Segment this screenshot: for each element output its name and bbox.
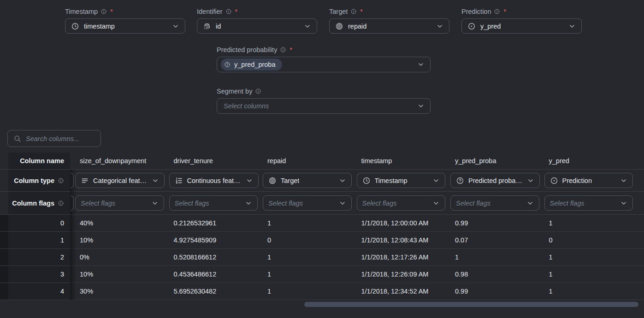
column-header-size_of_downpayment: size_of_downpayment [70, 153, 164, 169]
chevron-down-icon [436, 23, 443, 30]
column-type-select-timestamp[interactable]: Timestamp [357, 173, 446, 188]
table-gutter [0, 266, 8, 283]
table-gutter [0, 170, 8, 191]
column-type-cell-repaid: Target [258, 170, 352, 191]
prediction-select[interactable]: y_pred [461, 18, 582, 34]
chevron-down-icon [417, 102, 425, 110]
column-flags-placeholder: Select flags [456, 200, 490, 207]
cell-driver_tenure-2: 0.5208166612 [164, 249, 258, 265]
timestamp-field: Timestamp timestamp [65, 7, 185, 34]
info-icon[interactable] [100, 8, 107, 15]
column-flags-header-text: Column flags [12, 200, 54, 207]
cell-size_of_downpayment-4: 30% [70, 283, 164, 300]
column-type-value: Categorical feature [93, 177, 148, 184]
column-flags-placeholder: Select flags [81, 200, 115, 207]
column-flags-select-driver_tenure[interactable]: Select flags [169, 195, 258, 211]
info-icon[interactable] [350, 8, 357, 15]
clock-icon [362, 177, 371, 185]
info-icon[interactable] [225, 8, 232, 15]
required-asterisk [289, 46, 292, 53]
table-header-row: Column name size_of_downpaymentdriver_te… [0, 153, 644, 170]
column-flags-select-repaid[interactable]: Select flags [263, 195, 352, 211]
search-columns-input[interactable]: Search columns... [7, 130, 101, 147]
required-asterisk [360, 8, 362, 15]
cell-y_pred_proba-4: 0.99 [445, 283, 539, 300]
column-type-select-driver_tenure[interactable]: Continuous feature [169, 173, 259, 188]
column-type-cell-driver_tenure: Continuous feature [164, 170, 258, 191]
cell-timestamp-1: 1/1/2018, 12:08:43 AM [352, 232, 446, 248]
predicted-probability-select[interactable]: y_pred_proba [217, 57, 431, 72]
column-type-value: Timestamp [375, 177, 408, 184]
segment-by-placeholder: Select columns [224, 102, 269, 110]
column-type-value: Continuous feature [187, 177, 242, 184]
column-type-select-y_pred_proba[interactable]: Predicted probability [450, 173, 540, 188]
chip-label: y_pred_proba [234, 61, 276, 68]
column-type-select-y_pred[interactable]: Prediction [544, 173, 633, 188]
table-gutter [0, 232, 8, 248]
column-type-select-repaid[interactable]: Target [263, 173, 352, 188]
table-row-2: 20%0.520816661211/1/2018, 12:17:26 AM11 [0, 249, 644, 266]
column-flags-select-y_pred_proba[interactable]: Select flags [450, 195, 539, 211]
cell-driver_tenure-1: 4.9275485909 [164, 232, 258, 248]
target-select[interactable]: repaid [329, 18, 449, 34]
chevron-down-icon [304, 23, 311, 30]
row-index: 4 [8, 283, 70, 300]
column-header-y_pred: y_pred [539, 153, 633, 169]
horizontal-scrollbar-thumb[interactable] [304, 302, 638, 307]
column-type-header-text: Column type [14, 177, 54, 184]
info-icon[interactable] [255, 88, 261, 94]
target-select-value: repaid [348, 23, 366, 30]
chevron-down-icon [151, 200, 159, 207]
info-icon[interactable] [58, 200, 64, 206]
clock-icon [71, 22, 79, 30]
selected-column-chip[interactable]: y_pred_proba [221, 59, 282, 71]
timestamp-select[interactable]: timestamp [65, 18, 185, 34]
column-header-y_pred_proba: y_pred_proba [445, 153, 539, 169]
column-type-cell-y_pred: Prediction [539, 170, 633, 191]
column-type-select-size_of_downpayment[interactable]: Categorical feature [75, 173, 165, 188]
cell-timestamp-4: 1/1/2018, 12:34:52 AM [352, 283, 446, 300]
identifier-label-text: Identifier [197, 8, 223, 15]
info-icon[interactable] [58, 177, 64, 184]
column-flags-select-y_pred[interactable]: Select flags [544, 195, 633, 211]
table-gutter [0, 215, 8, 231]
timestamp-label-text: Timestamp [65, 8, 98, 15]
chevron-down-icon [568, 23, 576, 30]
cell-y_pred_proba-2: 1 [445, 249, 539, 265]
required-asterisk [503, 8, 506, 15]
cell-driver_tenure-0: 0.2126532961 [164, 215, 258, 231]
cell-y_pred-0: 1 [539, 215, 633, 231]
column-flags-header: Column flags [8, 192, 70, 214]
row-index: 1 [8, 232, 70, 248]
identifier-select[interactable]: id [197, 18, 317, 34]
segment-by-label-text: Segment by [217, 88, 252, 95]
categorical-icon [81, 177, 89, 185]
search-icon [13, 135, 22, 143]
segment-by-field: Segment by Select columns [217, 87, 431, 114]
identifier-select-value: id [216, 23, 221, 30]
clipped-select-fragment [71, 195, 74, 211]
row-index: 2 [8, 249, 70, 265]
column-flags-placeholder: Select flags [268, 200, 303, 207]
column-name-header-text: Column name [20, 157, 64, 165]
continuous-icon [175, 177, 183, 185]
info-icon[interactable] [494, 8, 500, 15]
chevron-down-icon [526, 200, 534, 207]
column-flags-select-timestamp[interactable]: Select flags [357, 195, 446, 211]
column-header-timestamp: timestamp [352, 153, 446, 169]
row-index: 0 [8, 215, 70, 231]
predicted-probability-field-label: Predicted probability [217, 46, 431, 54]
column-flags-select-size_of_downpayment[interactable]: Select flags [75, 195, 164, 211]
schema-table: Column name size_of_downpaymentdriver_te… [0, 153, 644, 300]
info-icon[interactable] [280, 47, 286, 53]
row-index: 3 [8, 266, 70, 283]
chevron-down-icon [620, 177, 627, 184]
cell-size_of_downpayment-1: 10% [70, 232, 164, 248]
target-icon [335, 22, 343, 30]
column-type-value: Prediction [562, 177, 592, 184]
chevron-down-icon [246, 177, 253, 184]
chevron-down-icon [527, 177, 534, 184]
segment-by-select[interactable]: Select columns [217, 98, 431, 114]
cell-y_pred-1: 0 [539, 232, 633, 248]
column-type-header: Column type [8, 170, 70, 191]
